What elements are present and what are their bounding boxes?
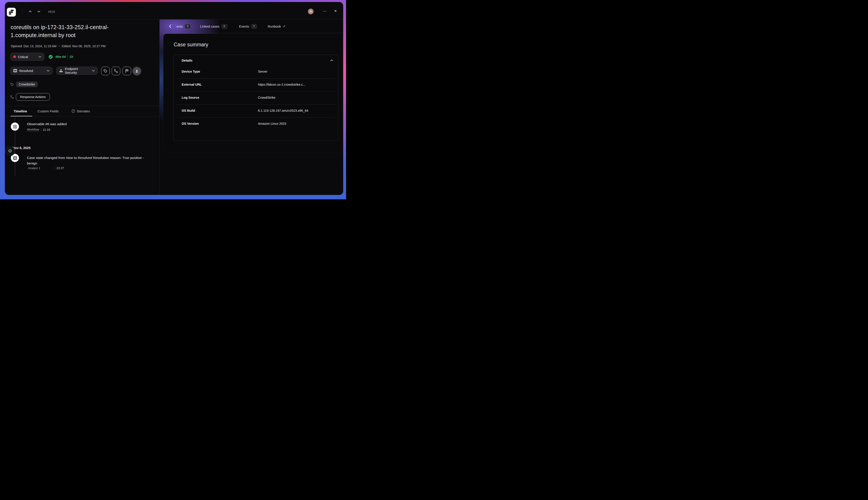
section-title: Details — [182, 58, 330, 62]
detail-label: Log Source — [182, 96, 199, 99]
tab-linked-cases[interactable]: Linked cases 0 — [200, 20, 227, 33]
next-case-button[interactable] — [37, 10, 40, 13]
response-actions-button[interactable]: Response Actions — [16, 93, 50, 101]
assignee-button[interactable] — [133, 67, 141, 75]
modal-title: Case summary — [174, 42, 208, 48]
shield-icon — [71, 109, 75, 113]
entry-time: 22:27 — [57, 167, 64, 170]
sla-time: 1h — [70, 55, 73, 58]
tags-row: Crowdstrike — [10, 81, 38, 87]
tag-chip[interactable]: Crowdstrike — [16, 81, 38, 87]
tag-icon — [10, 82, 14, 86]
workflow-link[interactable]: Workflow — [27, 128, 39, 132]
detail-label: External URL — [182, 83, 202, 86]
tab-partial[interactable]: ents 0 — [176, 20, 190, 33]
chevron-down-icon — [38, 11, 40, 12]
entry-text: Case state changed from — [27, 156, 65, 160]
gear-icon: ⚙ — [8, 149, 12, 154]
detail-value: 6.1.115-126.197.amzn2023.x86_64 — [258, 109, 308, 112]
detail-label: Device Type — [182, 70, 200, 73]
top-bar: #618 A ⋯ ✕ — [5, 2, 343, 20]
user-avatar[interactable]: A — [308, 8, 314, 14]
sla-indicator: -46w 6d 1h — [48, 53, 73, 61]
chevron-up-icon — [330, 59, 333, 61]
detail-value: Amazon Linux 2023 — [258, 122, 286, 125]
entry-time: 11:19 — [43, 128, 50, 131]
timeline-entry-meta: Workflow 11:19 — [27, 128, 50, 132]
status-select[interactable]: Resolved — [10, 67, 53, 75]
count-badge: 0 — [185, 24, 190, 29]
chevron-left-icon — [169, 24, 172, 28]
count-badge: 0 — [222, 24, 227, 29]
workflow-button[interactable] — [112, 67, 120, 75]
tab-timeline[interactable]: Timeline — [14, 106, 27, 116]
right-panel: ents 0 Linked cases 0 Events 0 Runbook ✓ — [160, 20, 343, 195]
tab-events[interactable]: Events 0 — [239, 20, 257, 33]
state-to: Resolved — [78, 156, 92, 160]
case-summary-modal: Case summary Details Device Type Server … — [163, 34, 342, 152]
app-logo-icon[interactable] — [7, 8, 16, 16]
list-icon — [13, 125, 17, 129]
tab-label: Custom Fields — [37, 109, 59, 113]
prev-case-button[interactable] — [28, 10, 32, 13]
case-meta: Opened: Dec 13, 2024, 11:19 AM Edited: N… — [11, 44, 105, 48]
case-detail-panel: coreutils on ip-172-31-33-252.il-central… — [5, 20, 159, 195]
entry-author: Analyst 1 — [28, 167, 53, 170]
close-button[interactable]: ✕ — [334, 9, 337, 13]
detail-label: OS Version — [182, 122, 199, 125]
observable-event-icon — [11, 123, 19, 131]
response-actions-row: Response Actions — [10, 93, 50, 101]
detail-row: OS Build 6.1.115-126.197.amzn2023.x86_64 — [174, 105, 338, 117]
timeline-entry-meta: Analyst 1 22:27 — [28, 167, 64, 170]
tab-runbook[interactable]: Runbook ✓ — [268, 20, 286, 33]
tab-label: Linked cases — [200, 24, 220, 28]
chevron-down-icon — [92, 70, 95, 72]
divider — [41, 128, 41, 131]
opened-timestamp: Opened: Dec 13, 2024, 11:19 AM — [11, 44, 57, 48]
tab-label: Socrates — [77, 109, 90, 113]
more-options-button[interactable]: ⋯ — [323, 9, 327, 14]
count-badge: 0 — [251, 24, 257, 29]
tab-socrates[interactable]: Socrates — [71, 106, 90, 116]
settings-button[interactable]: ⚙ — [5, 146, 15, 156]
tab-label: Events — [239, 24, 249, 28]
app-frame: #618 A ⋯ ✕ coreutils on ip-172-31-33-252… — [0, 0, 346, 199]
case-window: #618 A ⋯ ✕ coreutils on ip-172-31-33-252… — [5, 2, 343, 195]
status-label: Resolved — [19, 69, 45, 72]
detail-value: CrowdStrike — [258, 96, 275, 99]
detail-value[interactable]: https://falcon.us-2.crowdstrike.c... — [258, 83, 305, 86]
chevron-down-icon — [38, 56, 42, 58]
case-title: coreutils on ip-172-31-33-252.il-central… — [11, 23, 119, 39]
checkered-flag-icon — [125, 69, 129, 73]
detail-row: Log Source CrowdStrike — [174, 92, 338, 104]
severity-select[interactable]: Critical — [10, 53, 44, 61]
detail-row: Device Type Server — [174, 66, 338, 78]
kanban-board-icon — [13, 69, 17, 72]
severity-dot-icon — [13, 55, 16, 58]
scroll-tabs-left-button[interactable] — [169, 24, 172, 28]
edited-timestamp: Edited: Nov 06, 2025, 10:27 PM — [62, 44, 105, 48]
state-from: New — [66, 156, 73, 160]
category-select[interactable]: Endpoint Security — [56, 67, 98, 75]
category-label: Endpoint Security — [65, 67, 90, 75]
shapes-icon — [59, 69, 63, 72]
details-card: Details Device Type Server External URL … — [173, 55, 338, 141]
check-circle-icon — [48, 55, 53, 59]
right-tab-bar: ents 0 Linked cases 0 Events 0 Runbook ✓ — [160, 20, 343, 33]
sla-duration: -46w 6d — [55, 55, 66, 58]
timeline-entry-title: Observable #6 was added — [27, 122, 67, 126]
details-section-header[interactable]: Details — [174, 55, 338, 66]
dot-separator — [59, 46, 60, 47]
tab-label: Timeline — [14, 109, 27, 113]
add-tag-button[interactable] — [101, 67, 110, 75]
check-icon: ✓ — [283, 24, 286, 28]
active-tab-indicator — [11, 116, 32, 116]
chevron-down-icon — [47, 70, 50, 72]
chevron-up-icon — [29, 11, 31, 12]
timeline-entry-title: Case state changed from New to Resolved … — [27, 155, 154, 166]
detail-label: OS Build — [182, 109, 195, 112]
route-icon — [10, 95, 14, 99]
tab-custom-fields[interactable]: Custom Fields — [37, 106, 59, 116]
flag-button[interactable] — [123, 67, 131, 75]
tab-label: Runbook — [268, 24, 281, 28]
